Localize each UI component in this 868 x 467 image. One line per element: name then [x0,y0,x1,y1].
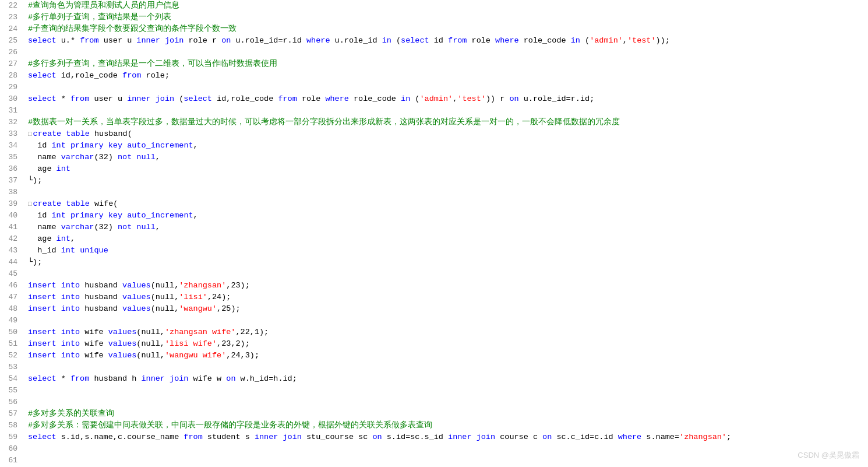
token-cn: user u [89,94,127,103]
token-cn: ,25); [217,304,241,313]
table-row: 28select id,role_code from role; [0,70,868,82]
token-cn: s.name= [641,433,679,441]
line-number: 48 [0,303,23,315]
token-kw: auto_increment [127,211,193,220]
line-number: 45 [0,268,23,280]
token-kw: values [108,328,137,336]
token-kw: not null [118,223,156,231]
line-content: #多行单列子查询，查询结果是一个列表 [23,12,868,23]
table-row: 34 id int primary key auto_increment, [0,140,868,152]
line-content: select id,role_code from role; [23,70,868,82]
token-cn: wife [80,339,108,348]
token-kw: in [571,36,580,45]
table-row: 52insert into wife values(null,'wangwu w… [0,350,868,361]
token-cn: * [57,94,70,103]
line-number: 31 [0,105,23,117]
line-content [23,82,868,93]
line-number: 25 [0,35,23,47]
token-kw: auto_increment [127,141,193,150]
token-string: 'test' [457,94,486,103]
line-content: insert into husband values(null,'zhangsa… [23,280,868,292]
line-content [23,105,868,117]
token-string: 'lisi' [179,293,207,301]
token-kw: insert [28,293,57,301]
line-number: 29 [0,82,23,93]
line-number: 61 [0,455,23,466]
token-cn: wife( [90,199,118,208]
line-number: 28 [0,70,23,82]
token-string: 'admin' [419,94,453,103]
line-number: 39 [0,198,23,210]
token-cn: (32) [94,223,118,231]
token-cn: (null, [136,351,165,360]
table-row: 49 [0,315,868,326]
token-cn: student s [203,433,255,441]
token-kw: create [33,129,62,138]
line-number: 59 [0,431,23,443]
token-kw: primary key [70,141,122,150]
watermark: CSDN @吴晃傲霜 [798,450,859,461]
table-row: 59select s.id,s.name,c.course_name from … [0,431,868,443]
token-cn: (null, [136,339,165,348]
token-cn: u.* [57,36,80,45]
token-cn: ; [726,433,731,441]
token-cn [75,246,80,255]
token-kw: in [401,94,410,103]
token-cn: id [429,36,448,45]
token-cn: , [70,234,75,243]
line-content [23,385,868,396]
token-cn: (32) [94,153,118,161]
fold-icon[interactable]: □ [28,201,32,208]
token-cn: id,role_code [212,94,278,103]
line-number: 53 [0,361,23,373]
line-number: 23 [0,12,23,23]
line-number: 34 [0,140,23,152]
token-cn: course c [495,433,542,441]
table-row: 30select * from user u inner join (selec… [0,93,868,105]
line-content: #数据表一对一关系，当单表字段过多，数据量过大的时候，可以考虑将一部分字段拆分出… [23,117,868,128]
token-cn: sc.c_id=c.id [552,433,618,441]
token-kw: into [61,339,80,348]
token-kw: select [28,71,57,80]
line-content: insert into husband values(null,'wangwu'… [23,303,868,315]
line-content: select s.id,s.name,c.course_name from st… [23,431,868,443]
token-kw: on [542,433,552,441]
table-row: 39□create table wife( [0,198,868,210]
token-kw: where [495,36,519,45]
token-cn: , [623,36,627,45]
table-row: 57#多对多关系的关联查询 [0,408,868,420]
token-kw: inner join [448,433,495,441]
table-row: 29 [0,82,868,93]
line-number: 46 [0,280,23,292]
token-kw: primary key [70,211,122,220]
table-row: 36 age int [0,163,868,175]
token-cn: * [57,374,70,383]
token-kw: on [226,374,235,383]
token-cn: ( [391,36,401,45]
line-content [23,187,868,198]
token-kw: from [80,36,98,45]
token-string: 'test' [627,36,656,45]
line-number: 51 [0,338,23,350]
token-cn [66,141,70,150]
token-kw: where [306,36,330,45]
token-kw: into [61,304,80,313]
token-cn: )); [656,36,670,45]
table-row: 23#多行单列子查询，查询结果是一个列表 [0,12,868,23]
token-cn: u.role_id=r.id [231,36,306,45]
token-kw: from [184,433,202,441]
line-content [23,396,868,408]
table-row: 24#子查询的结果集字段个数要跟父查询的条件字段个数一致 [0,23,868,35]
line-number: 38 [0,187,23,198]
token-string: 'wangwu' [179,304,217,313]
line-content [23,268,868,280]
token-cn: └); [28,176,42,185]
line-content: #多行多列子查询，查询结果是一个二维表，可以当作临时数据表使用 [23,58,868,70]
token-cn: (null, [151,281,179,290]
table-row: 54select * from husband h inner join wif… [0,373,868,385]
token-kw: table [66,199,90,208]
line-content [23,47,868,58]
token-kw: values [108,351,137,360]
fold-icon[interactable]: □ [28,131,32,138]
code-table: 22#查询角色为管理员和测试人员的用户信息23#多行单列子查询，查询结果是一个列… [0,0,868,466]
